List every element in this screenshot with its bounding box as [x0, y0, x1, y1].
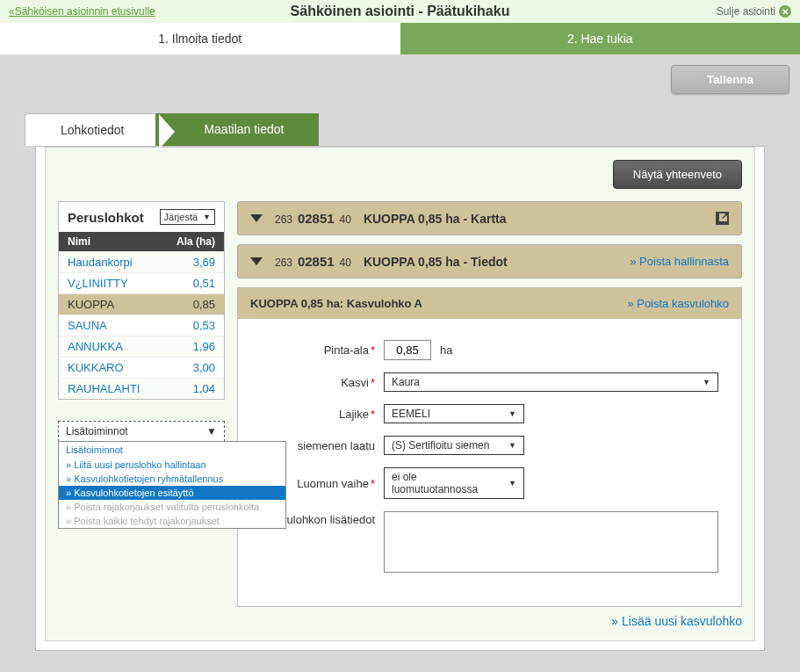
lot-row-selected[interactable]: KUOPPA0,85: [59, 293, 224, 314]
block-title: KUOPPA 0,85 ha - Kartta: [364, 212, 507, 226]
home-link[interactable]: «Sähköisen asioinnin etusivulle: [9, 5, 155, 18]
notes-textarea[interactable]: [384, 511, 718, 573]
menu-item-disabled: » Poista rajakorjaukset valitulta perusl…: [59, 500, 285, 514]
actions-dropdown: Lisätoiminnot » Liitä uusi peruslohko ha…: [58, 441, 286, 529]
external-link-icon[interactable]: [716, 212, 729, 225]
area-label: Pinta-ala*: [261, 343, 375, 357]
variety-label: Lajike*: [261, 408, 375, 421]
menu-item-disabled: » Poista kaikki tehdyt rajakorjaukset: [59, 514, 285, 528]
plant-select[interactable]: Kaura ▼: [384, 372, 718, 392]
step-1[interactable]: 1. Ilmoita tiedot: [0, 23, 400, 54]
menu-item[interactable]: » Liitä uusi peruslohko hallintaan: [59, 458, 285, 472]
sort-select[interactable]: Järjestä ▼: [160, 209, 215, 225]
block-title: KUOPPA 0,85 ha - Tiedot: [364, 255, 508, 269]
col-name: Nimi: [68, 235, 90, 248]
save-button[interactable]: Tallenna: [671, 65, 789, 94]
actions-select[interactable]: Lisätoiminnot ▼: [58, 421, 225, 442]
chevron-down-icon: ▼: [203, 213, 211, 221]
chevron-down-icon: ▼: [703, 378, 710, 387]
dropdown-heading: Lisätoiminnot: [59, 442, 285, 458]
close-button[interactable]: Sulje asiointi ✕: [717, 5, 791, 18]
variety-select[interactable]: EEMELI ▼: [384, 404, 524, 423]
lot-row[interactable]: Haudankorpi3,69: [59, 251, 224, 272]
page-title: Sähköinen asiointi - Päätukihaku: [291, 4, 510, 19]
lot-row[interactable]: V¿LINIITTY0,51: [59, 272, 224, 293]
remove-management-link[interactable]: » Poista hallinnasta: [630, 255, 729, 268]
plant-label: Kasvi*: [261, 376, 375, 389]
collapse-icon[interactable]: [250, 214, 263, 222]
lot-row[interactable]: KUKKARO3,00: [59, 357, 224, 378]
col-area: Ala (ha): [177, 235, 215, 248]
area-unit: ha: [440, 343, 452, 357]
chevron-down-icon: ▼: [206, 425, 217, 437]
lot-row[interactable]: SAUNA0,53: [59, 314, 224, 336]
tab-maatilan-tiedot[interactable]: Maatilan tiedot: [155, 113, 319, 146]
lot-row[interactable]: RAUHALAHTI1,04: [59, 378, 224, 399]
block-header-map[interactable]: 263 02851 40 KUOPPA 0,85 ha - Kartta: [237, 201, 742, 235]
chevron-down-icon: ▼: [508, 479, 516, 488]
sidebar-title: Peruslohkot: [68, 210, 144, 225]
block-header-info[interactable]: 263 02851 40 KUOPPA 0,85 ha - Tiedot » P…: [237, 244, 742, 278]
close-label: Sulje asiointi: [717, 5, 775, 18]
menu-item[interactable]: » Kasvulohkotietojen ryhmätallennus: [59, 472, 285, 486]
add-growth-link[interactable]: » Lisää uusi kasvulohko: [611, 614, 742, 628]
close-icon: ✕: [779, 5, 791, 18]
organic-select[interactable]: ei ole luomutuotannossa ▼: [384, 467, 524, 499]
lot-row[interactable]: ANNUKKA1,96: [59, 336, 224, 357]
growth-block-title: KUOPPA 0,85 ha: Kasvulohko A: [250, 297, 422, 310]
chevron-down-icon: ▼: [508, 409, 516, 418]
collapse-icon[interactable]: [250, 257, 263, 265]
area-input[interactable]: [384, 340, 431, 360]
chevron-down-icon: ▼: [508, 441, 516, 450]
seed-select[interactable]: (S) Sertifioitu siemen ▼: [384, 436, 524, 455]
tab-lohkotiedot[interactable]: Lohkotiedot: [25, 113, 160, 146]
show-summary-button[interactable]: Näytä yhteenveto: [613, 160, 742, 189]
menu-item-highlighted[interactable]: » Kasvulohkotietojen esitäyttö: [59, 486, 285, 500]
remove-growth-link[interactable]: » Poista kasvulohko: [627, 297, 729, 310]
step-2[interactable]: 2. Hae tukia: [400, 23, 801, 54]
